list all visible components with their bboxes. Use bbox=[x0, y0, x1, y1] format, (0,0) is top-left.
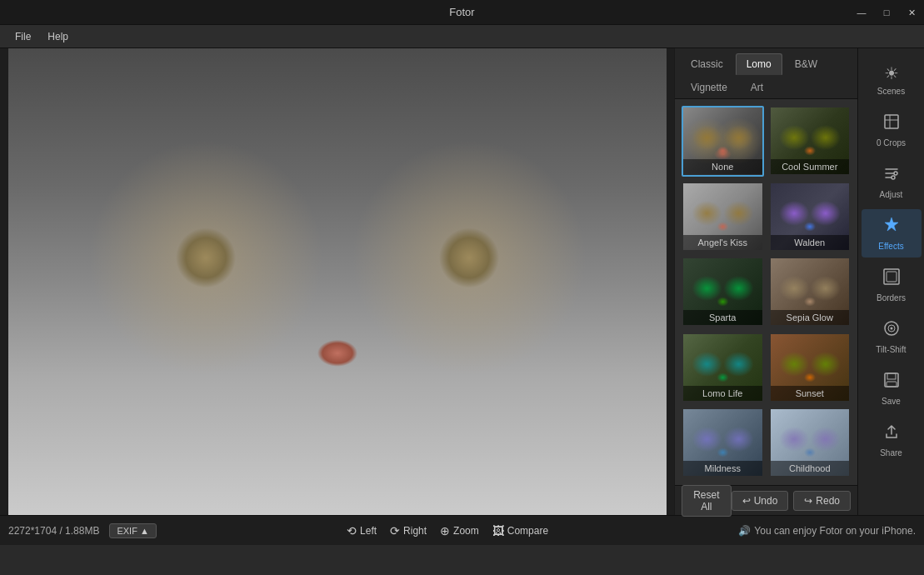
canvas-area bbox=[0, 48, 674, 515]
redo-icon: ↪ bbox=[804, 495, 812, 507]
undo-icon: ↩ bbox=[742, 495, 751, 507]
crops-icon bbox=[882, 112, 901, 135]
svg-point-3 bbox=[894, 172, 897, 175]
effect-none[interactable]: None bbox=[682, 106, 764, 177]
main-layout: Classic Lomo B&W Vignette Art None Cool … bbox=[0, 48, 924, 515]
effects-icon bbox=[882, 216, 901, 238]
effect-lomo-life[interactable]: Lomo Life bbox=[682, 332, 764, 403]
filter-tabs: Classic Lomo B&W Vignette Art bbox=[675, 48, 857, 99]
app-title: Fotor bbox=[449, 6, 474, 18]
sidebar-item-adjust[interactable]: Adjust bbox=[862, 158, 922, 206]
left-action[interactable]: ⟲ Left bbox=[347, 524, 377, 538]
svg-point-10 bbox=[890, 328, 892, 330]
minimize-button[interactable]: — bbox=[849, 0, 874, 25]
sidebar-item-effects[interactable]: Effects bbox=[862, 209, 922, 258]
scenes-icon: ☀ bbox=[884, 63, 899, 83]
close-button[interactable]: ✕ bbox=[899, 0, 924, 25]
window-controls: — □ ✕ bbox=[849, 0, 924, 25]
sidebar-label-effects: Effects bbox=[878, 242, 903, 251]
tab-classic[interactable]: Classic bbox=[680, 53, 734, 75]
effect-childhood[interactable]: Childhood bbox=[769, 408, 852, 478]
bottom-panel-right: Reset All ↩ Undo ↪ Redo bbox=[675, 485, 857, 515]
speaker-icon: 🔊 bbox=[738, 525, 751, 537]
sidebar: ☀ Scenes 0 Crops Adjust bbox=[857, 48, 924, 515]
help-menu[interactable]: Help bbox=[39, 28, 77, 46]
maximize-button[interactable]: □ bbox=[874, 0, 899, 25]
share-icon bbox=[882, 422, 901, 445]
file-menu[interactable]: File bbox=[7, 28, 39, 46]
tilt-shift-icon bbox=[882, 319, 901, 342]
effect-grid: None Cool Summer Angel's Kiss Walden bbox=[675, 99, 857, 485]
effect-sparta[interactable]: Sparta bbox=[682, 257, 764, 328]
compare-action[interactable]: 🖼 Compare bbox=[492, 524, 548, 538]
effect-angels-kiss[interactable]: Angel's Kiss bbox=[682, 182, 764, 252]
reset-all-button[interactable]: Reset All bbox=[682, 485, 732, 517]
effect-cool-summer[interactable]: Cool Summer bbox=[769, 106, 852, 177]
svg-rect-7 bbox=[887, 272, 897, 282]
sidebar-item-share[interactable]: Share bbox=[862, 416, 922, 464]
adjust-icon bbox=[882, 164, 901, 187]
effect-label-lomo-life: Lomo Life bbox=[683, 386, 762, 401]
image-dimensions: 2272*1704 / 1.88MB bbox=[8, 525, 99, 537]
effect-label-cool-summer: Cool Summer bbox=[771, 159, 850, 174]
effect-label-walden: Walden bbox=[771, 235, 850, 250]
effect-label-none: None bbox=[683, 159, 762, 174]
borders-icon bbox=[882, 268, 901, 290]
zoom-icon: ⊕ bbox=[440, 524, 450, 538]
tab-bw[interactable]: B&W bbox=[784, 53, 828, 75]
title-bar: Fotor — □ ✕ bbox=[0, 0, 924, 25]
sidebar-label-borders: Borders bbox=[877, 293, 906, 302]
right-panel: Classic Lomo B&W Vignette Art None Cool … bbox=[674, 48, 857, 515]
svg-rect-13 bbox=[887, 382, 897, 387]
effect-sepia-glow[interactable]: Sepia Glow bbox=[769, 257, 852, 328]
effect-sunset[interactable]: Sunset bbox=[769, 332, 852, 403]
effect-mildness[interactable]: Mildness bbox=[682, 408, 764, 478]
sidebar-item-borders[interactable]: Borders bbox=[862, 261, 922, 309]
right-action[interactable]: ⟳ Right bbox=[390, 524, 427, 538]
menu-bar: File Help bbox=[0, 25, 924, 48]
effect-label-mildness: Mildness bbox=[683, 461, 762, 476]
effect-label-childhood: Childhood bbox=[771, 461, 850, 476]
canvas-image bbox=[8, 48, 667, 515]
status-bar: 2272*1704 / 1.88MB EXIF ▲ ⟲ Left ⟳ Right… bbox=[0, 515, 924, 545]
svg-point-4 bbox=[892, 176, 895, 179]
sidebar-item-crops[interactable]: 0 Crops bbox=[862, 106, 922, 154]
effect-label-sepia-glow: Sepia Glow bbox=[771, 310, 850, 325]
sidebar-label-tilt-shift: Tilt-Shift bbox=[876, 345, 906, 354]
status-right: 🔊 You can enjoy Fotor on your iPhone. bbox=[738, 525, 916, 537]
tab-lomo[interactable]: Lomo bbox=[736, 53, 782, 75]
status-left: 2272*1704 / 1.88MB EXIF ▲ bbox=[8, 523, 157, 538]
effect-label-sunset: Sunset bbox=[771, 386, 850, 401]
redo-button[interactable]: ↪ Redo bbox=[793, 491, 851, 511]
effect-walden[interactable]: Walden bbox=[769, 182, 852, 252]
image-placeholder bbox=[8, 48, 667, 515]
compare-icon: 🖼 bbox=[492, 524, 504, 538]
save-icon bbox=[882, 371, 901, 393]
svg-rect-12 bbox=[887, 373, 896, 379]
effect-label-sparta: Sparta bbox=[683, 310, 762, 325]
svg-rect-0 bbox=[885, 115, 898, 128]
left-arrow-icon: ⟲ bbox=[347, 524, 357, 538]
right-arrow-icon: ⟳ bbox=[390, 524, 400, 538]
sidebar-item-tilt-shift[interactable]: Tilt-Shift bbox=[862, 312, 922, 361]
undo-button[interactable]: ↩ Undo bbox=[732, 491, 789, 511]
status-message: You can enjoy Fotor on your iPhone. bbox=[754, 525, 916, 537]
sidebar-item-scenes[interactable]: ☀ Scenes bbox=[862, 57, 922, 102]
sidebar-label-share: Share bbox=[880, 448, 902, 458]
exif-button[interactable]: EXIF ▲ bbox=[109, 523, 156, 538]
tab-vignette[interactable]: Vignette bbox=[680, 77, 738, 98]
sidebar-label-scenes: Scenes bbox=[877, 87, 905, 96]
status-center: ⟲ Left ⟳ Right ⊕ Zoom 🖼 Compare bbox=[347, 524, 548, 538]
sidebar-label-crops: 0 Crops bbox=[877, 138, 906, 148]
sidebar-label-adjust: Adjust bbox=[880, 190, 903, 199]
cat-face bbox=[8, 48, 667, 515]
sidebar-label-save: Save bbox=[882, 397, 901, 406]
sidebar-item-save[interactable]: Save bbox=[862, 364, 922, 412]
zoom-action[interactable]: ⊕ Zoom bbox=[440, 524, 479, 538]
svg-marker-5 bbox=[885, 218, 898, 231]
tab-art[interactable]: Art bbox=[740, 77, 774, 98]
effect-label-angels-kiss: Angel's Kiss bbox=[683, 235, 762, 250]
